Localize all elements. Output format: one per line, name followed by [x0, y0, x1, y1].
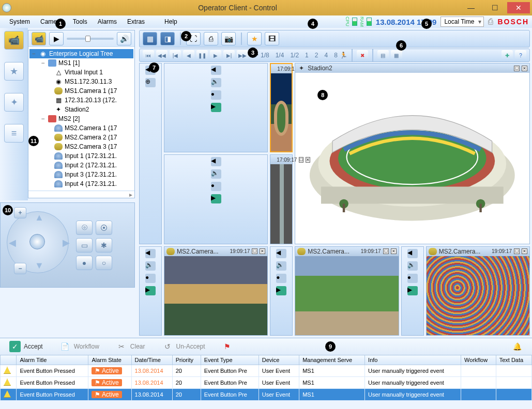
alarm-bell-icon[interactable]: 🔔: [507, 339, 527, 354]
tree-playback-button[interactable]: ▶: [49, 32, 64, 45]
tree-item[interactable]: Input 4 (172.31.21.: [29, 179, 133, 188]
image-pane-grid: 7 ◀ 🔈 ● ▶ MS1.Camera...17:09:17☐✕ 8 ◀⊕ ✦…: [139, 63, 530, 336]
help-button[interactable]: ?: [515, 50, 526, 60]
play-rewind-fast[interactable]: ⏮: [143, 50, 154, 60]
tree-item[interactable]: ◉MS1.172.30.11.3: [29, 77, 133, 86]
tree-ms2[interactable]: − MS2 [2]: [29, 114, 133, 123]
alarm-flag-button[interactable]: ⚑: [218, 339, 237, 354]
rail-compass-icon[interactable]: ✦: [4, 93, 24, 112]
accept-button[interactable]: ✓Accept: [5, 339, 47, 354]
tree-live-button[interactable]: 📹: [32, 32, 46, 45]
tree-item[interactable]: MS1.Camera 1 (17: [29, 86, 133, 96]
ptz-focus-far[interactable]: ✱: [96, 238, 112, 253]
alarm-table[interactable]: Alarm TitleAlarm StateDate/TimePriorityE…: [0, 355, 532, 401]
menu-system[interactable]: System: [4, 17, 35, 27]
tree-ms1[interactable]: − MS1 [1]: [29, 58, 133, 68]
alarm-col-header[interactable]: Management Serve: [299, 355, 365, 365]
alarm-col-header[interactable]: Event Type: [201, 355, 259, 365]
timezone-select[interactable]: Local Time: [440, 17, 484, 27]
alarm-col-header[interactable]: Device: [259, 355, 299, 365]
tool-print[interactable]: ⎙: [204, 32, 218, 45]
ptz-iris-open[interactable]: ●: [76, 256, 93, 270]
tree-item[interactable]: △Virtual Input 1: [29, 68, 133, 77]
menu-tools[interactable]: Tools: [68, 17, 93, 27]
stadium-3d-icon: [295, 73, 529, 244]
image-pane-map[interactable]: ✦Stadion2☐✕: [295, 63, 530, 244]
tool-fullscreen[interactable]: ⛶: [186, 32, 201, 45]
alarm-col-header[interactable]: Date/Time: [131, 355, 172, 365]
pane-tool-play-icon[interactable]: ▶: [211, 103, 221, 112]
ptz-iris-close[interactable]: ○: [96, 256, 112, 270]
tree-item[interactable]: MS2.Camera 3 (17: [29, 142, 133, 151]
menu-camera[interactable]: Camera: [35, 17, 68, 27]
play-step-back[interactable]: |◀: [170, 50, 181, 60]
alarm-row[interactable]: Event Button Pressed⚑ Active13.08.201420…: [1, 365, 532, 377]
ptz-preset2[interactable]: ⦿: [96, 221, 112, 235]
logical-tree[interactable]: −◉ Enterprise Logical Tree − MS1 [1] △Vi…: [28, 47, 134, 191]
alarm-row[interactable]: Event Button Pressed⚑ Active13.08.201420…: [1, 389, 532, 401]
layout-grid[interactable]: ▦: [391, 50, 402, 60]
rail-tree-icon[interactable]: 📹: [4, 31, 24, 50]
add-pane[interactable]: ✚: [501, 50, 513, 60]
tree-audio-button[interactable]: 🔊: [117, 32, 131, 45]
menu-alarms[interactable]: Alarms: [93, 17, 122, 27]
tool-sequence[interactable]: 🎞: [265, 32, 279, 45]
layout-rows[interactable]: ▤: [377, 50, 389, 60]
loop-icon: ↶: [252, 51, 259, 59]
alarm-col-header[interactable]: Alarm State: [88, 355, 131, 365]
ptz-zoom-out[interactable]: −: [14, 263, 26, 274]
alarm-col-header[interactable]: Workflow: [461, 355, 496, 365]
workflow-button[interactable]: 📄Workflow: [55, 339, 103, 354]
play-step-fwd[interactable]: ▶|: [223, 50, 235, 60]
tree-item[interactable]: ▦172.31.20.13 (172.: [29, 96, 133, 105]
tool-layout2[interactable]: ◨: [160, 32, 175, 45]
print-icon[interactable]: ⎙: [488, 17, 493, 26]
tree-root[interactable]: −◉ Enterprise Logical Tree: [29, 49, 133, 58]
image-pane-4[interactable]: MS2.Camera...19:09:17☐✕: [295, 246, 399, 336]
tree-item[interactable]: ✦Stadion2: [29, 105, 133, 114]
alarm-col-header[interactable]: [1, 355, 17, 365]
tool-favorite[interactable]: ★: [247, 32, 262, 45]
ptz-joystick[interactable]: ▲ ▼ ◀ ▶ + −: [5, 207, 72, 274]
alarm-col-header[interactable]: Priority: [172, 355, 201, 365]
image-pane-3[interactable]: MS2.Camera...19:09:17☐✕: [164, 246, 268, 336]
unaccept-button[interactable]: ↺Un-Accept: [158, 339, 209, 354]
pane-tool-ptz-icon[interactable]: ◀: [211, 66, 221, 75]
tool-layout1[interactable]: ▦: [143, 32, 157, 45]
alarm-col-header[interactable]: Info: [365, 355, 461, 365]
play-back[interactable]: ◀: [183, 50, 194, 60]
image-pane-1[interactable]: MS1.Camera...17:09:17☐✕ 8: [270, 63, 293, 152]
play-pause[interactable]: ❚❚: [196, 50, 208, 60]
play-rewind[interactable]: ◀◀: [156, 50, 168, 60]
tree-item[interactable]: Input 3 (172.31.21.: [29, 170, 133, 179]
tree-zoom-slider[interactable]: [67, 38, 114, 40]
tree-item[interactable]: MS2.Camera 2 (17: [29, 133, 133, 142]
rail-list-icon[interactable]: ≡: [4, 124, 24, 143]
alarm-col-header[interactable]: Text Data: [496, 355, 531, 365]
menu-help[interactable]: Help: [159, 17, 183, 27]
ptz-focus-near[interactable]: ▭: [76, 238, 93, 253]
clear-button[interactable]: ✂Clear: [112, 339, 149, 354]
tree-item[interactable]: Input 1 (172.31.21.: [29, 151, 133, 161]
image-pane-5[interactable]: MS2.Camera...19:09:17☐✕: [426, 246, 530, 336]
ptz-preset1[interactable]: ⦾: [76, 221, 93, 235]
play-forward[interactable]: ▶: [210, 50, 221, 60]
play-fast-fwd[interactable]: ▶▶: [237, 50, 248, 60]
pane-tool-audio-icon[interactable]: 🔈: [211, 78, 221, 87]
pane-tool-rec-icon[interactable]: ●: [211, 90, 221, 100]
minimize-button[interactable]: —: [460, 2, 482, 13]
alarm-col-header[interactable]: Alarm Title: [17, 355, 88, 365]
menu-extras[interactable]: Extras: [122, 17, 150, 27]
brand-logo: BOSCH: [497, 18, 529, 26]
image-pane-2[interactable]: MS1.Camera...17:09:17☐✕: [270, 154, 293, 244]
ptz-zoom-in[interactable]: +: [14, 207, 26, 218]
tree-item[interactable]: MS2.Camera 1 (17: [29, 123, 133, 133]
alarm-row[interactable]: Event Button Pressed⚑ Active13.08.201420…: [1, 377, 532, 389]
maximize-button[interactable]: ☐: [483, 2, 506, 13]
tool-snapshot[interactable]: 📷: [221, 32, 236, 45]
cpu-meter: [352, 18, 357, 26]
close-button[interactable]: ✕: [507, 2, 530, 13]
delete-button[interactable]: ✖: [357, 50, 368, 60]
tree-item[interactable]: Input 2 (172.31.21.: [29, 161, 133, 170]
rail-favorites-icon[interactable]: ★: [4, 62, 24, 81]
